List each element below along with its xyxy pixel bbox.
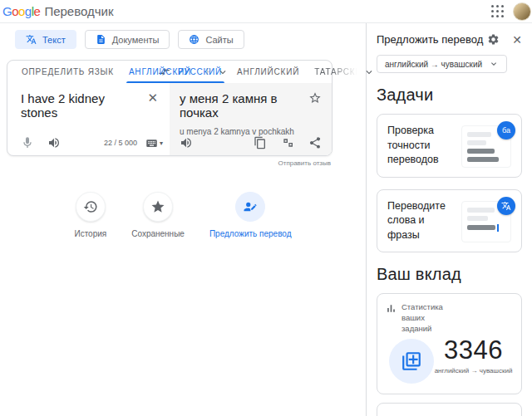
translation-panel: у меня 2 камня в почках u menya 2 kamnya… bbox=[170, 83, 332, 155]
translate-badge-icon bbox=[497, 197, 515, 215]
google-logo: Google bbox=[2, 4, 40, 18]
language-pair-selector[interactable]: английский → чувашский bbox=[377, 55, 507, 73]
lang-tab-russian-target[interactable]: РУССКИЙ bbox=[170, 61, 229, 83]
tasks-heading: Задачи bbox=[377, 86, 522, 105]
mode-tabs: Текст Документы Сайты bbox=[15, 30, 366, 49]
close-sidebar-button[interactable]: ✕ bbox=[512, 34, 522, 46]
globe-icon bbox=[189, 34, 200, 45]
language-pair-label: английский → чувашский bbox=[385, 60, 482, 69]
google-translate-logo[interactable]: Google Переводчик bbox=[2, 4, 114, 18]
listen-source-button[interactable] bbox=[47, 136, 61, 149]
task-card-translate[interactable]: Переводите слова и фразы bbox=[377, 189, 522, 253]
stats-language-pair: английский → чувашский bbox=[434, 367, 513, 374]
share-translation-button[interactable] bbox=[308, 136, 322, 149]
contribute-label: Предложить перевод bbox=[209, 229, 292, 238]
translate-card: ОПРЕДЕЛИТЬ ЯЗЫК АНГЛИЙСКИЙ РУССКИЙ РУССК… bbox=[7, 60, 332, 156]
saved-button[interactable]: Сохраненные bbox=[131, 192, 185, 238]
gear-icon bbox=[487, 33, 500, 46]
input-tools-button[interactable]: ▾ bbox=[145, 137, 163, 149]
transliteration: u menya 2 kamnya v pochkakh bbox=[180, 127, 322, 136]
copy-icon bbox=[254, 136, 267, 149]
contribute-button[interactable]: Предложить перевод bbox=[209, 192, 292, 238]
community-card: чувашский 6 600 Количество заданий, выпо… bbox=[377, 403, 522, 416]
avatar[interactable] bbox=[513, 2, 531, 21]
microphone-button[interactable] bbox=[21, 136, 34, 149]
contribute-icon bbox=[243, 199, 258, 214]
tab-websites[interactable]: Сайты bbox=[178, 30, 244, 49]
stats-illustration bbox=[389, 339, 434, 384]
clear-text-button[interactable]: ✕ bbox=[142, 91, 163, 104]
tasks-count: 3346 bbox=[434, 335, 513, 365]
input-tools-caret: ▾ bbox=[160, 139, 163, 147]
product-name: Переводчик bbox=[44, 4, 113, 18]
rate-translations-badge-icon: ба bbox=[497, 121, 515, 139]
document-icon bbox=[96, 34, 106, 45]
copy-translation-button[interactable] bbox=[254, 136, 267, 149]
share-icon bbox=[308, 136, 322, 149]
save-translation-button[interactable] bbox=[303, 91, 322, 108]
task-card-label: Переводите слова и фразы bbox=[387, 199, 453, 243]
tab-websites-label: Сайты bbox=[205, 35, 233, 45]
history-label: История bbox=[74, 229, 106, 238]
rate-translation-button[interactable] bbox=[281, 136, 294, 149]
source-language-tabs: ОПРЕДЕЛИТЬ ЯЗЫК АНГЛИЙСКИЙ РУССКИЙ bbox=[7, 61, 158, 83]
tab-documents[interactable]: Документы bbox=[85, 30, 170, 49]
speaker-icon bbox=[47, 136, 61, 149]
char-counter: 22 / 5 000 bbox=[104, 139, 137, 147]
keyboard-icon bbox=[145, 137, 158, 149]
task-card-label: Проверка точности переводов bbox=[387, 124, 453, 168]
lang-tab-english-target[interactable]: АНГЛИЙСКИЙ bbox=[229, 61, 307, 83]
history-button[interactable]: История bbox=[74, 192, 106, 238]
star-icon bbox=[150, 199, 165, 214]
lang-tab-detect[interactable]: ОПРЕДЕЛИТЬ ЯЗЫК bbox=[14, 61, 121, 83]
task-card-illustration: ба bbox=[460, 124, 513, 168]
bar-chart-icon bbox=[386, 303, 397, 314]
speaker-icon bbox=[180, 136, 193, 149]
settings-button[interactable] bbox=[487, 33, 500, 46]
stats-card[interactable]: Статистика ваших заданий 3346 английский… bbox=[377, 293, 522, 394]
rate-translation-icon bbox=[281, 136, 294, 149]
translate-main-area: Текст Документы Сайты ОПРЕДЕЛИТЬ ЯЗЫК АН… bbox=[0, 23, 367, 416]
task-card-verify[interactable]: Проверка точности переводов ба bbox=[377, 114, 522, 178]
tab-documents-label: Документы bbox=[112, 35, 160, 45]
history-icon bbox=[83, 199, 98, 214]
source-text-input[interactable]: I have 2 kidney stones bbox=[21, 91, 142, 120]
send-feedback-link[interactable]: Отправить отзыв bbox=[0, 159, 331, 167]
top-bar: Google Переводчик bbox=[0, 0, 532, 23]
translate-icon bbox=[26, 34, 37, 45]
language-bar: ОПРЕДЕЛИТЬ ЯЗЫК АНГЛИЙСКИЙ РУССКИЙ РУССК… bbox=[7, 61, 332, 83]
chevron-down-icon bbox=[489, 59, 499, 69]
listen-translation-button[interactable] bbox=[180, 136, 193, 149]
microphone-icon bbox=[21, 136, 34, 149]
google-apps-icon[interactable] bbox=[491, 5, 505, 18]
contribute-sidebar: Предложить перевод ✕ английский → чувашс… bbox=[367, 23, 532, 416]
source-panel: I have 2 kidney stones ✕ 22 / 5 000 bbox=[7, 83, 170, 155]
stats-label: Статистика ваших заданий bbox=[401, 302, 455, 334]
tab-text[interactable]: Текст bbox=[15, 30, 76, 49]
lang-tab-tatar-target-truncated[interactable]: ТАТАРСКИЙ bbox=[307, 61, 360, 83]
saved-label: Сохраненные bbox=[131, 229, 185, 238]
translation-text: у меня 2 камня в почках bbox=[180, 91, 303, 120]
star-outline-icon bbox=[308, 91, 322, 105]
contribution-heading: Ваш вклад bbox=[377, 265, 522, 284]
sidebar-title: Предложить перевод bbox=[377, 33, 483, 46]
task-card-illustration bbox=[460, 199, 513, 243]
target-language-tabs: РУССКИЙ АНГЛИЙСКИЙ ТАТАРСКИЙ bbox=[170, 61, 383, 83]
quick-actions: История Сохраненные Предложить перевод bbox=[0, 192, 366, 238]
tab-text-label: Текст bbox=[42, 35, 66, 45]
library-add-icon bbox=[401, 350, 422, 372]
